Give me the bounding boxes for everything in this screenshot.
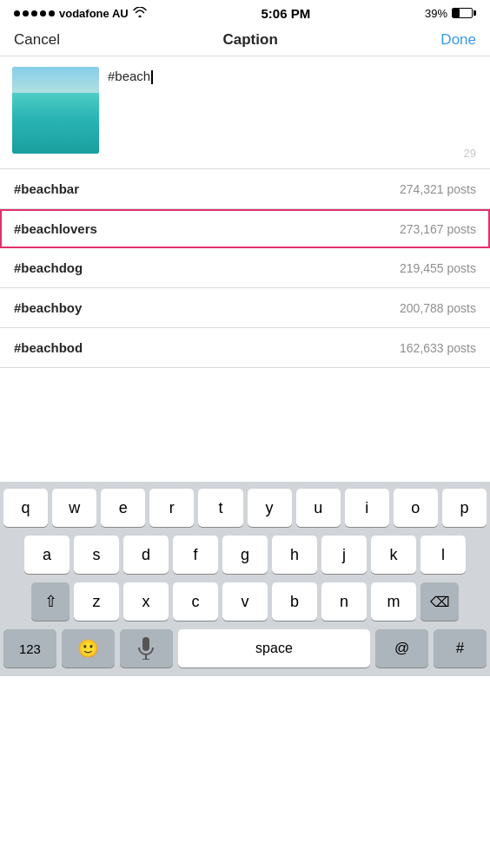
key-q[interactable]: q xyxy=(3,489,48,527)
keyboard: q w e r t y u i o p a s d f g h j k l ⇧ … xyxy=(0,482,490,676)
suggestion-count: 200,788 posts xyxy=(400,301,476,315)
suggestion-item-beachbar[interactable]: #beachbar 274,321 posts xyxy=(0,169,490,209)
carrier-name: vodafone AU xyxy=(59,7,129,20)
battery-icon xyxy=(452,8,476,18)
key-i[interactable]: i xyxy=(345,489,389,527)
suggestion-tag: #beachbar xyxy=(14,181,79,196)
status-bar: vodafone AU 5:06 PM 39% xyxy=(0,0,490,24)
emoji-key[interactable]: 🙂 xyxy=(62,629,115,667)
key-v[interactable]: v xyxy=(222,582,268,621)
keyboard-row-4: 123 🙂 space @ # xyxy=(3,629,487,667)
suggestion-tag: #beachbod xyxy=(14,340,83,355)
key-w[interactable]: w xyxy=(52,489,96,527)
suggestion-tag: #beachboy xyxy=(14,300,82,315)
key-m[interactable]: m xyxy=(371,582,416,621)
suggestion-item-beachbod[interactable]: #beachbod 162,633 posts xyxy=(0,328,490,368)
at-key[interactable]: @ xyxy=(375,629,428,667)
svg-rect-0 xyxy=(142,637,149,651)
key-a[interactable]: a xyxy=(24,536,70,574)
suggestion-tag: #beachdog xyxy=(14,260,83,275)
key-r[interactable]: r xyxy=(149,489,194,527)
hash-key[interactable]: # xyxy=(434,629,487,667)
caption-text-container: #beach xyxy=(99,67,478,136)
caption-text-value: #beach xyxy=(108,69,150,83)
suggestion-count: 273,167 posts xyxy=(400,222,476,236)
text-cursor xyxy=(151,70,153,84)
suggestion-item-beachlovers[interactable]: #beachlovers 273,167 posts xyxy=(0,209,490,248)
number-key[interactable]: 123 xyxy=(3,629,56,667)
suggestion-item-beachboy[interactable]: #beachboy 200,788 posts xyxy=(0,288,490,328)
key-l[interactable]: l xyxy=(420,536,466,574)
key-e[interactable]: e xyxy=(101,489,145,527)
nav-bar: Cancel Caption Done xyxy=(0,24,490,56)
key-x[interactable]: x xyxy=(123,582,169,621)
key-t[interactable]: t xyxy=(198,489,242,527)
keyboard-row-1: q w e r t y u i o p xyxy=(3,489,487,527)
key-u[interactable]: u xyxy=(296,489,341,527)
page-title: Caption xyxy=(223,31,278,49)
caption-area: #beach 29 xyxy=(0,56,490,169)
key-g[interactable]: g xyxy=(222,536,268,574)
key-p[interactable]: p xyxy=(442,489,487,527)
signal-dots xyxy=(14,10,55,16)
cancel-button[interactable]: Cancel xyxy=(14,31,60,49)
key-y[interactable]: y xyxy=(248,489,292,527)
backspace-key[interactable]: ⌫ xyxy=(420,582,459,621)
suggestion-tag: #beachlovers xyxy=(14,221,97,236)
space-key[interactable]: space xyxy=(178,629,370,667)
suggestion-item-beachdog[interactable]: #beachdog 219,455 posts xyxy=(0,248,490,288)
char-count: 29 xyxy=(464,147,476,160)
keyboard-row-2: a s d f g h j k l xyxy=(3,536,487,574)
key-o[interactable]: o xyxy=(394,489,438,527)
key-f[interactable]: f xyxy=(173,536,218,574)
caption-input[interactable]: #beach xyxy=(108,69,153,83)
key-h[interactable]: h xyxy=(272,536,317,574)
key-d[interactable]: d xyxy=(123,536,169,574)
suggestion-count: 274,321 posts xyxy=(400,182,476,196)
suggestion-count: 162,633 posts xyxy=(400,341,476,355)
wifi-icon xyxy=(133,7,147,20)
keyboard-row-3: ⇧ z x c v b n m ⌫ xyxy=(3,582,487,621)
carrier-info: vodafone AU xyxy=(14,7,147,20)
suggestion-count: 219,455 posts xyxy=(400,261,476,275)
battery-percent: 39% xyxy=(425,7,447,20)
mic-icon xyxy=(138,637,154,660)
key-k[interactable]: k xyxy=(371,536,416,574)
battery-info: 39% xyxy=(425,7,476,20)
key-j[interactable]: j xyxy=(321,536,367,574)
shift-key[interactable]: ⇧ xyxy=(31,582,70,621)
status-time: 5:06 PM xyxy=(261,6,310,21)
done-button[interactable]: Done xyxy=(440,31,476,49)
hashtag-suggestions: #beachbar 274,321 posts #beachlovers 273… xyxy=(0,169,490,473)
key-z[interactable]: z xyxy=(74,582,119,621)
mic-key[interactable] xyxy=(120,629,173,667)
photo-thumbnail xyxy=(12,67,99,154)
key-s[interactable]: s xyxy=(74,536,119,574)
key-n[interactable]: n xyxy=(321,582,367,621)
key-b[interactable]: b xyxy=(272,582,317,621)
key-c[interactable]: c xyxy=(173,582,218,621)
